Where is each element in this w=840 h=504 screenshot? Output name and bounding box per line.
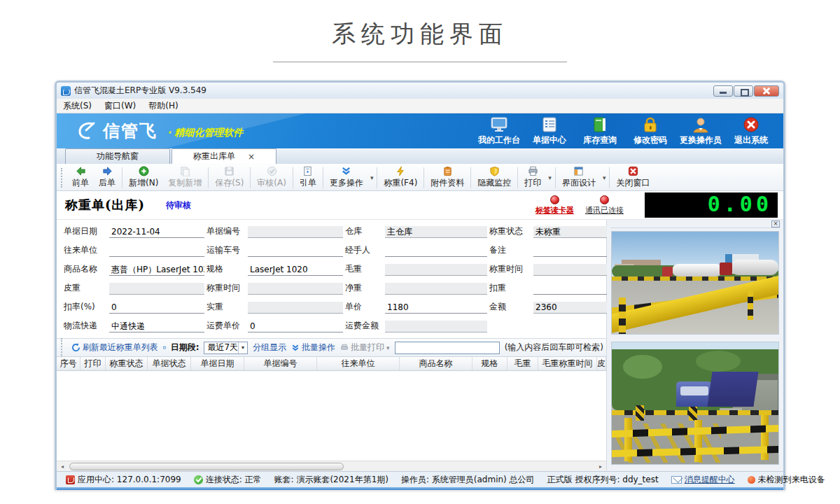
quick-exit-system[interactable]: 退出系统 bbox=[726, 116, 776, 146]
tag-reader-label[interactable]: 标签读卡器 bbox=[536, 205, 574, 216]
net-weight-field bbox=[385, 283, 487, 295]
field-label: 运费金额 bbox=[345, 320, 383, 332]
status-app-center: 应用中心: 127.0.0.1:7099 bbox=[59, 474, 188, 486]
tab-weigh-outbound[interactable]: 称重出库单 × bbox=[172, 148, 276, 164]
tab-close-icon[interactable]: × bbox=[248, 153, 255, 161]
logistics-field[interactable]: 中通快递 bbox=[109, 321, 204, 332]
print-button[interactable]: 打印 bbox=[519, 165, 546, 190]
mail-icon bbox=[671, 476, 682, 484]
col-product[interactable]: 商品名称 bbox=[400, 357, 472, 370]
batch-operation-link[interactable]: 批量操作 bbox=[291, 342, 335, 354]
col-seq[interactable]: 序号 bbox=[57, 357, 80, 370]
col-doc-number[interactable]: 单据编号 bbox=[244, 357, 317, 370]
field-label: 仓库 bbox=[345, 225, 383, 238]
toolbar-label: 保存(S) bbox=[215, 177, 244, 189]
col-gross-time[interactable]: 毛重称重时间 bbox=[538, 357, 597, 370]
password-lock-icon bbox=[641, 116, 659, 133]
col-tare[interactable]: 皮 bbox=[597, 357, 606, 370]
maximize-button[interactable] bbox=[734, 85, 753, 97]
truck-number-field[interactable] bbox=[248, 245, 343, 257]
form-pane: 单据日期 2022-11-04 单据编号 仓库 主仓库 称重状态 未称重 往来单… bbox=[57, 220, 607, 471]
menu-help[interactable]: 帮助(H) bbox=[142, 99, 184, 113]
list-body[interactable] bbox=[57, 371, 606, 461]
field-label: 运费单价 bbox=[206, 320, 246, 332]
quick-change-password[interactable]: 修改密码 bbox=[625, 116, 676, 146]
quick-label: 库存查询 bbox=[583, 134, 617, 146]
hide-monitor-button[interactable]: 隐藏监控 bbox=[472, 165, 516, 190]
toolbar-label: 关闭窗口 bbox=[616, 177, 650, 189]
col-customer[interactable]: 往来单位 bbox=[317, 357, 400, 370]
next-doc-button[interactable]: 后单 bbox=[94, 165, 120, 190]
quick-switch-operator[interactable]: 更换操作员 bbox=[676, 116, 726, 146]
doc-date-field[interactable]: 2022-11-04 bbox=[109, 226, 204, 238]
status-text: 账套: 演示账套(2021年第1期) bbox=[274, 474, 388, 486]
list-search-input[interactable] bbox=[395, 342, 500, 354]
document-center-icon bbox=[540, 116, 559, 133]
tab-function-nav[interactable]: 功能导航窗 bbox=[65, 148, 170, 164]
attachment-button[interactable]: 附件资料 bbox=[426, 165, 469, 190]
col-weigh-status[interactable]: 称重状态 bbox=[106, 357, 148, 370]
window-titlebar[interactable]: 信管飞混凝土ERP专业版 V9.3.549 bbox=[57, 83, 783, 99]
ui-design-dropdown-icon[interactable]: ▾ bbox=[601, 174, 608, 181]
close-window-button[interactable]: 关闭窗口 bbox=[611, 165, 654, 190]
scroll-right-icon[interactable]: ▸ bbox=[595, 461, 606, 472]
weigh-button[interactable]: 称重(F4) bbox=[379, 165, 422, 190]
date-range-select[interactable]: 最近7天 ▾ bbox=[204, 342, 248, 354]
status-text: 正式版 授权序列号: ddy_test bbox=[547, 474, 659, 486]
col-spec[interactable]: 规格 bbox=[472, 357, 507, 370]
more-actions-button[interactable]: 更多操作 bbox=[325, 165, 368, 190]
scroll-left-icon[interactable]: ◂ bbox=[57, 461, 68, 472]
pull-doc-button[interactable]: 引单 bbox=[295, 165, 321, 190]
weigh-status-field: 未称重 bbox=[533, 226, 619, 238]
group-display-link[interactable]: 分组显示 bbox=[253, 342, 286, 354]
toolbar-label: 前单 bbox=[72, 177, 89, 189]
col-gross[interactable]: 毛重 bbox=[507, 357, 538, 370]
device-indicators: 标签读卡器 通讯已连接 0.00 bbox=[536, 192, 778, 218]
calendar-icon bbox=[163, 343, 166, 352]
message-center-label[interactable]: 消息提醒中心 bbox=[685, 474, 735, 486]
remark-field[interactable] bbox=[533, 245, 619, 257]
handler-field[interactable] bbox=[385, 245, 487, 257]
toolbar-separator bbox=[293, 167, 293, 188]
led-red-icon bbox=[550, 195, 559, 204]
close-button[interactable] bbox=[754, 85, 779, 97]
unit-price-field[interactable]: 1180 bbox=[385, 302, 487, 314]
horizontal-scrollbar[interactable]: ◂ ▸ bbox=[57, 461, 606, 471]
lightning-icon bbox=[396, 166, 406, 176]
field-label: 称重时间 bbox=[206, 282, 246, 295]
col-doc-date[interactable]: 单据日期 bbox=[191, 357, 244, 370]
col-print[interactable]: 打印 bbox=[80, 357, 106, 370]
comm-label[interactable]: 通讯已连接 bbox=[585, 205, 624, 216]
add-new-button[interactable]: 新增(N) bbox=[124, 165, 163, 190]
prev-doc-button[interactable]: 前单 bbox=[67, 165, 94, 190]
gross-weight-field bbox=[385, 264, 487, 276]
deduct-weight-field[interactable] bbox=[533, 283, 619, 295]
toolbar-label: 称重(F4) bbox=[384, 177, 417, 189]
print-dropdown-icon[interactable]: ▾ bbox=[546, 174, 554, 181]
col-doc-status[interactable]: 单据状态 bbox=[148, 357, 191, 370]
menu-system[interactable]: 系统(S) bbox=[57, 99, 98, 113]
customer-field[interactable] bbox=[109, 245, 204, 257]
layout-icon bbox=[573, 166, 584, 176]
deduct-rate-field[interactable]: 0 bbox=[109, 302, 204, 314]
spec-field[interactable]: LaserJet 1020 bbox=[248, 264, 343, 276]
message-center-link[interactable]: 消息提醒中心 bbox=[665, 474, 741, 486]
hazard-post bbox=[689, 407, 697, 421]
field-label: 皮重 bbox=[64, 282, 107, 295]
menu-window[interactable]: 窗口(W) bbox=[98, 99, 142, 113]
product-name-field[interactable]: 惠普（HP）LaserJet 1020 bbox=[109, 264, 204, 276]
minimize-button[interactable] bbox=[713, 85, 733, 97]
more-actions-dropdown-icon[interactable]: ▾ bbox=[368, 174, 376, 181]
camera-panel-close-button[interactable]: × bbox=[771, 220, 780, 227]
quick-workstation[interactable]: 我的工作台 bbox=[474, 116, 524, 146]
ui-design-button[interactable]: 界面设计 bbox=[557, 165, 601, 190]
doc-status-badge: 待审核 bbox=[166, 200, 191, 211]
scroll-thumb[interactable] bbox=[69, 463, 344, 470]
scroll-track[interactable] bbox=[68, 461, 595, 472]
quick-document-center[interactable]: 单据中心 bbox=[524, 116, 575, 146]
freight-price-field[interactable]: 0 bbox=[248, 321, 343, 332]
comm-indicator[interactable]: 通讯已连接 bbox=[585, 195, 624, 216]
refresh-list-button[interactable]: 刷新最近称重单列表 bbox=[71, 342, 158, 354]
quick-inventory-query[interactable]: 库存查询 bbox=[575, 116, 625, 146]
tag-reader-indicator[interactable]: 标签读卡器 bbox=[536, 195, 574, 216]
